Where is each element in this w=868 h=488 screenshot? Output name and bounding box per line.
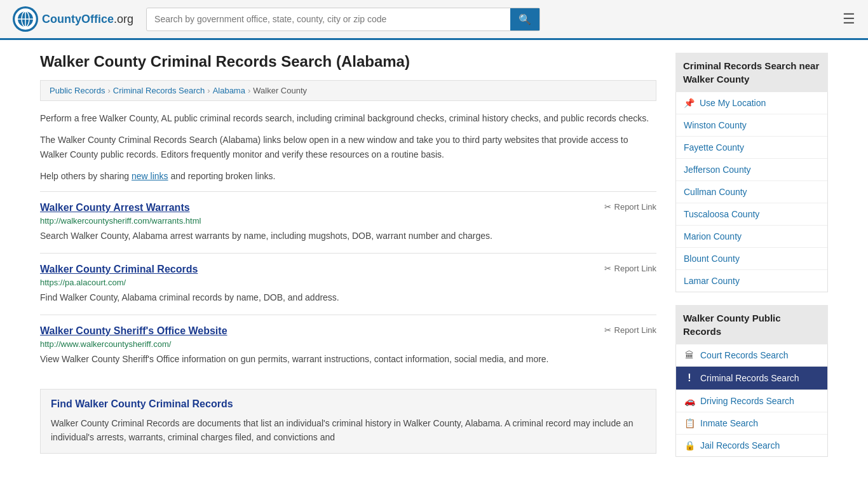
list-item-lamar[interactable]: Lamar County	[676, 270, 827, 292]
sidebar-court-records[interactable]: 🏛 Court Records Search	[676, 344, 827, 366]
list-item-fayette[interactable]: Fayette County	[676, 137, 827, 159]
sidebar-nearby-header: Criminal Records Search near Walker Coun…	[675, 53, 828, 92]
breadcrumb-sep-3: ›	[248, 86, 250, 95]
desc3-pre: Help others by sharing	[40, 171, 132, 181]
sidebar: Criminal Records Search near Walker Coun…	[675, 53, 828, 470]
nearby-winston-label: Winston County	[684, 120, 747, 130]
resource-cards: Walker County Arrest Warrants ✂ Report L…	[40, 191, 656, 376]
search-icon: 🔍	[519, 14, 531, 25]
find-section-title: Find Walker County Criminal Records	[51, 398, 646, 410]
report-link-label-1: Report Link	[614, 202, 656, 212]
nearby-fayette[interactable]: Fayette County	[676, 137, 827, 158]
breadcrumb-public-records[interactable]: Public Records	[50, 86, 105, 95]
nearby-marion-label: Marion County	[684, 231, 742, 241]
scissors-icon-3: ✂	[604, 325, 611, 335]
driving-records-icon: 🚗	[684, 396, 695, 406]
sidebar-use-location[interactable]: 📌 Use My Location	[676, 92, 827, 114]
new-links-link[interactable]: new links	[132, 171, 168, 181]
description-2: The Walker County Criminal Records Searc…	[40, 133, 656, 161]
sidebar-nearby-list: 📌 Use My Location Winston County Fayette…	[675, 92, 828, 292]
sidebar-public-records-header: Walker County Public Records	[675, 305, 828, 344]
search-button[interactable]: 🔍	[510, 8, 539, 30]
use-my-location-item[interactable]: 📌 Use My Location	[676, 92, 827, 114]
nearby-lamar-label: Lamar County	[684, 276, 740, 286]
list-item-winston[interactable]: Winston County	[676, 114, 827, 137]
description-3: Help others by sharing new links and rep…	[40, 169, 656, 183]
nearby-cullman[interactable]: Cullman County	[676, 181, 827, 203]
list-item-blount[interactable]: Blount County	[676, 248, 827, 270]
description-1: Perform a free Walker County, AL public …	[40, 111, 656, 125]
nearby-marion[interactable]: Marion County	[676, 226, 827, 247]
list-item-cullman[interactable]: Cullman County	[676, 181, 827, 203]
sidebar-inmate-search[interactable]: 📋 Inmate Search	[676, 412, 827, 434]
resource-title-2[interactable]: Walker County Criminal Records	[40, 264, 198, 275]
resource-header-3: Walker County Sheriff's Office Website ✂…	[40, 325, 656, 337]
resource-url-1[interactable]: http://walkercountysheriff.com/warrants.…	[40, 216, 656, 226]
resource-header-2: Walker County Criminal Records ✂ Report …	[40, 264, 656, 275]
resource-card-2: Walker County Criminal Records ✂ Report …	[40, 253, 656, 315]
menu-button[interactable]: ☰	[843, 11, 855, 27]
report-link-label-2: Report Link	[614, 264, 656, 273]
resource-url-3[interactable]: http://www.walkercountysheriff.com/	[40, 339, 656, 349]
resource-desc-3: View Walker County Sheriff's Office info…	[40, 353, 656, 366]
resource-desc-1: Search Walker County, Alabama arrest war…	[40, 229, 656, 243]
nearby-tuscaloosa[interactable]: Tuscaloosa County	[676, 203, 827, 225]
jail-records-label: Jail Records Search	[700, 440, 780, 451]
find-section: Find Walker County Criminal Records Walk…	[40, 389, 656, 454]
list-item-jefferson[interactable]: Jefferson County	[676, 159, 827, 181]
report-link-btn-3[interactable]: ✂ Report Link	[604, 325, 656, 335]
nearby-cullman-label: Cullman County	[684, 187, 747, 197]
logo-area[interactable]: CountyOffice.org	[13, 6, 133, 32]
nearby-blount-label: Blount County	[684, 254, 740, 264]
breadcrumb-alabama[interactable]: Alabama	[213, 86, 245, 95]
resource-title-3[interactable]: Walker County Sheriff's Office Website	[40, 325, 227, 337]
criminal-records-label: Criminal Records Search	[700, 373, 799, 383]
scissors-icon-1: ✂	[604, 202, 611, 212]
resource-card-1: Walker County Arrest Warrants ✂ Report L…	[40, 191, 656, 253]
report-link-btn-2[interactable]: ✂ Report Link	[604, 264, 656, 273]
sidebar-list-item-court[interactable]: 🏛 Court Records Search	[676, 344, 827, 367]
desc3-post: and reporting broken links.	[168, 171, 276, 181]
report-link-btn-1[interactable]: ✂ Report Link	[604, 202, 656, 212]
report-link-label-3: Report Link	[614, 325, 656, 335]
breadcrumb-criminal-records[interactable]: Criminal Records Search	[113, 86, 205, 95]
search-input[interactable]	[147, 9, 510, 29]
nearby-jefferson-label: Jefferson County	[684, 165, 751, 175]
resource-title-1[interactable]: Walker County Arrest Warrants	[40, 202, 190, 214]
nearby-lamar[interactable]: Lamar County	[676, 270, 827, 292]
page-title: Walker County Criminal Records Search (A…	[40, 53, 656, 71]
sidebar-public-records-list: 🏛 Court Records Search ! Criminal Record…	[675, 344, 828, 457]
use-my-location-label: Use My Location	[700, 98, 766, 108]
nearby-winston[interactable]: Winston County	[676, 114, 827, 136]
sidebar-criminal-records[interactable]: ! Criminal Records Search	[676, 367, 827, 390]
court-records-label: Court Records Search	[700, 350, 789, 360]
resource-desc-2: Find Walker County, Alabama criminal rec…	[40, 291, 656, 304]
driving-records-label: Driving Records Search	[700, 396, 794, 406]
main-layout: Walker County Criminal Records Search (A…	[27, 40, 841, 482]
find-section-text: Walker County Criminal Records are docum…	[51, 416, 646, 445]
sidebar-list-item-driving[interactable]: 🚗 Driving Records Search	[676, 390, 827, 412]
logo-text: CountyOffice.org	[42, 13, 133, 26]
nearby-jefferson[interactable]: Jefferson County	[676, 159, 827, 180]
criminal-records-icon: !	[684, 372, 695, 384]
sidebar-list-item-jail[interactable]: 🔒 Jail Records Search	[676, 435, 827, 456]
sidebar-driving-records[interactable]: 🚗 Driving Records Search	[676, 390, 827, 412]
breadcrumb-sep-1: ›	[107, 86, 110, 95]
inmate-search-label: Inmate Search	[700, 418, 758, 428]
sidebar-jail-records[interactable]: 🔒 Jail Records Search	[676, 435, 827, 456]
location-pin-icon: 📌	[684, 98, 695, 108]
sidebar-list-item-inmate[interactable]: 📋 Inmate Search	[676, 412, 827, 435]
nearby-tuscaloosa-label: Tuscaloosa County	[684, 209, 759, 219]
scissors-icon-2: ✂	[604, 264, 611, 273]
logo-icon	[13, 6, 38, 32]
hamburger-icon: ☰	[843, 11, 855, 27]
list-item-marion[interactable]: Marion County	[676, 226, 827, 248]
nearby-blount[interactable]: Blount County	[676, 248, 827, 269]
resource-header-1: Walker County Arrest Warrants ✂ Report L…	[40, 202, 656, 214]
resource-url-2[interactable]: https://pa.alacourt.com/	[40, 278, 656, 287]
sidebar-public-records-section: Walker County Public Records 🏛 Court Rec…	[675, 305, 828, 457]
inmate-search-icon: 📋	[684, 418, 695, 428]
breadcrumb-current: Walker County	[253, 86, 307, 95]
sidebar-list-item-criminal[interactable]: ! Criminal Records Search	[676, 367, 827, 390]
list-item-tuscaloosa[interactable]: Tuscaloosa County	[676, 203, 827, 226]
